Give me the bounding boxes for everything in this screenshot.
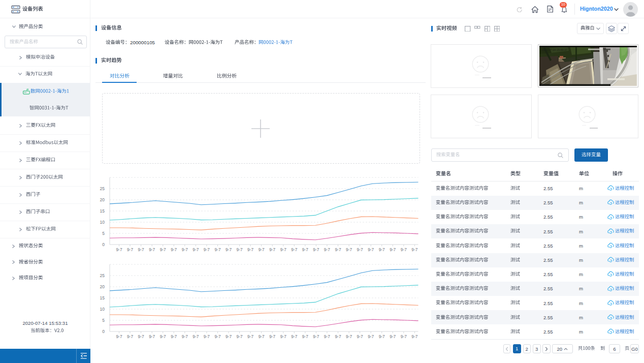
svg-text:9-7: 9-7 [171, 247, 177, 252]
svg-text:9-7: 9-7 [291, 247, 297, 252]
svg-text:9-7: 9-7 [237, 334, 243, 339]
svg-text:9-7: 9-7 [411, 247, 417, 252]
svg-text:9-7: 9-7 [324, 247, 330, 252]
svg-text:9-7: 9-7 [411, 334, 417, 339]
svg-text:9-7: 9-7 [357, 247, 363, 252]
svg-text:9-7: 9-7 [313, 334, 319, 339]
svg-text:9-7: 9-7 [401, 247, 407, 252]
svg-text:9-7: 9-7 [291, 334, 297, 339]
svg-text:9-7: 9-7 [182, 247, 188, 252]
svg-text:9-7: 9-7 [269, 247, 275, 252]
svg-text:9-7: 9-7 [171, 334, 177, 339]
svg-text:9-7: 9-7 [335, 334, 341, 339]
svg-text:25: 25 [100, 186, 105, 191]
svg-text:2020-07-14 15:49:37: 2020-07-14 15:49:37 [541, 48, 567, 51]
svg-text:9-7: 9-7 [116, 247, 122, 252]
svg-text:0: 0 [102, 242, 105, 247]
svg-text:9-7: 9-7 [127, 247, 133, 252]
svg-text:9-7: 9-7 [390, 247, 396, 252]
svg-text:9-7: 9-7 [182, 334, 188, 339]
svg-text:0: 0 [102, 329, 105, 334]
svg-text:9-7: 9-7 [335, 247, 341, 252]
svg-text:9-7: 9-7 [313, 247, 319, 252]
svg-text:10: 10 [100, 307, 105, 312]
svg-text:9-7: 9-7 [368, 247, 374, 252]
svg-text:9-7: 9-7 [192, 247, 199, 252]
svg-text:25: 25 [100, 273, 105, 278]
svg-text:9-7: 9-7 [214, 334, 220, 339]
svg-text:9-7: 9-7 [204, 247, 210, 252]
svg-text:9-7: 9-7 [379, 247, 385, 252]
svg-text:9-7: 9-7 [324, 334, 330, 339]
svg-text:9-7: 9-7 [214, 247, 220, 252]
svg-text:5: 5 [102, 231, 105, 236]
svg-text:9-7: 9-7 [259, 247, 265, 252]
svg-text:9-7: 9-7 [192, 334, 199, 339]
svg-text:9-7: 9-7 [280, 334, 286, 339]
svg-text:9-7: 9-7 [237, 247, 243, 252]
svg-text:9-7: 9-7 [226, 334, 232, 339]
svg-text:9-7: 9-7 [401, 334, 407, 339]
svg-text:5: 5 [102, 318, 105, 323]
svg-text:9-7: 9-7 [346, 334, 352, 339]
svg-text:9-7: 9-7 [160, 247, 166, 252]
svg-text:9-7: 9-7 [346, 247, 352, 252]
svg-text:20: 20 [100, 284, 105, 289]
svg-text:9-7: 9-7 [138, 247, 144, 252]
svg-text:9-7: 9-7 [379, 334, 385, 339]
svg-text:9-7: 9-7 [280, 247, 286, 252]
svg-text:9-7: 9-7 [138, 334, 144, 339]
svg-text:9-7: 9-7 [247, 247, 253, 252]
svg-text:9-7: 9-7 [368, 334, 374, 339]
svg-text:9-7: 9-7 [149, 334, 155, 339]
svg-text:10: 10 [100, 220, 105, 225]
svg-text:20: 20 [100, 197, 105, 202]
svg-text:15: 15 [100, 208, 105, 214]
svg-text:9-7: 9-7 [390, 334, 396, 339]
svg-text:15: 15 [100, 295, 105, 300]
svg-text:9-7: 9-7 [259, 334, 265, 339]
svg-text:9-7: 9-7 [160, 334, 166, 339]
svg-text:9-7: 9-7 [204, 334, 210, 339]
svg-text:9-7: 9-7 [247, 334, 253, 339]
svg-text:9-7: 9-7 [302, 247, 308, 252]
svg-text:9-7: 9-7 [357, 334, 363, 339]
svg-text:9-7: 9-7 [302, 334, 308, 339]
svg-text:9-7: 9-7 [116, 334, 122, 339]
svg-text:9-7: 9-7 [149, 247, 155, 252]
svg-text:9-7: 9-7 [269, 334, 275, 339]
svg-text:9-7: 9-7 [127, 334, 133, 339]
svg-text:9-7: 9-7 [226, 247, 232, 252]
